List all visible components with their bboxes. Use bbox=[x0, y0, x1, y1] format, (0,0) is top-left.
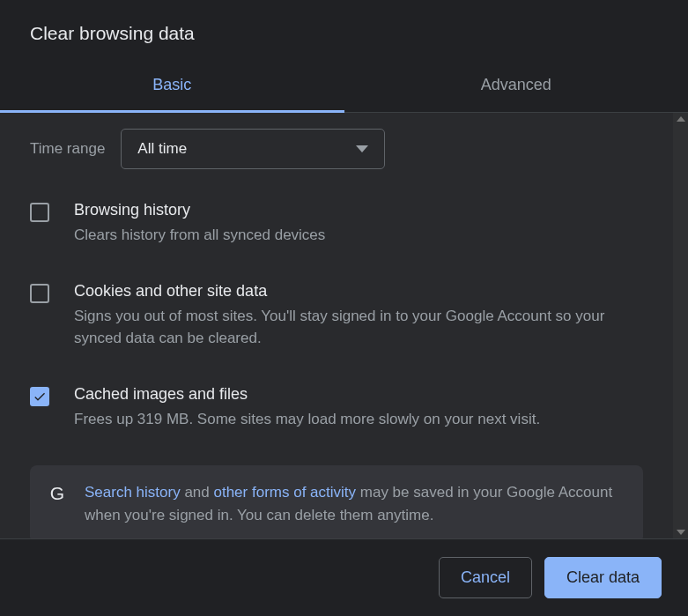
checkbox-browsing-history[interactable] bbox=[30, 203, 49, 222]
option-desc: Frees up 319 MB. Some sites may load mor… bbox=[74, 408, 643, 431]
content-wrapper: Time range All time Browsing history Cle… bbox=[0, 113, 688, 538]
dialog-header: Clear browsing data bbox=[0, 0, 688, 58]
clear-data-button[interactable]: Clear data bbox=[544, 557, 662, 598]
option-title: Cookies and other site data bbox=[74, 282, 643, 301]
option-cached: Cached images and files Frees up 319 MB.… bbox=[30, 385, 643, 431]
time-range-value: All time bbox=[137, 140, 187, 158]
option-title: Browsing history bbox=[74, 201, 643, 219]
info-text-part: and bbox=[181, 484, 214, 501]
google-icon: G bbox=[48, 484, 67, 503]
option-text: Browsing history Clears history from all… bbox=[74, 201, 643, 247]
info-text: Search history and other forms of activi… bbox=[85, 481, 625, 528]
checkbox-cookies[interactable] bbox=[30, 284, 49, 303]
option-desc: Signs you out of most sites. You'll stay… bbox=[74, 305, 643, 350]
scroll-down-icon[interactable] bbox=[677, 530, 685, 535]
time-range-row: Time range All time bbox=[30, 129, 643, 169]
dialog-title: Clear browsing data bbox=[30, 23, 658, 44]
tabs-container: Basic Advanced bbox=[0, 58, 688, 113]
option-text: Cached images and files Frees up 319 MB.… bbox=[74, 385, 643, 431]
scrollbar[interactable] bbox=[673, 113, 688, 538]
tab-basic[interactable]: Basic bbox=[0, 58, 344, 112]
option-title: Cached images and files bbox=[74, 385, 643, 404]
option-browsing-history: Browsing history Clears history from all… bbox=[30, 201, 643, 247]
content-area: Time range All time Browsing history Cle… bbox=[0, 113, 673, 538]
cancel-button[interactable]: Cancel bbox=[439, 557, 532, 598]
checkbox-cached[interactable] bbox=[30, 387, 49, 406]
tab-advanced[interactable]: Advanced bbox=[344, 58, 689, 112]
clear-browsing-data-dialog: Clear browsing data Basic Advanced Time … bbox=[0, 0, 688, 616]
chevron-down-icon bbox=[356, 145, 368, 152]
scroll-up-icon[interactable] bbox=[677, 116, 685, 122]
option-desc: Clears history from all synced devices bbox=[74, 224, 643, 247]
time-range-label: Time range bbox=[30, 140, 105, 158]
check-icon bbox=[33, 390, 47, 404]
dialog-footer: Cancel Clear data bbox=[0, 538, 688, 616]
option-cookies: Cookies and other site data Signs you ou… bbox=[30, 282, 643, 350]
link-search-history[interactable]: Search history bbox=[85, 484, 181, 501]
info-card: G Search history and other forms of acti… bbox=[30, 465, 643, 538]
time-range-select[interactable]: All time bbox=[121, 129, 385, 169]
option-text: Cookies and other site data Signs you ou… bbox=[74, 282, 643, 350]
link-other-activity[interactable]: other forms of activity bbox=[213, 484, 356, 501]
